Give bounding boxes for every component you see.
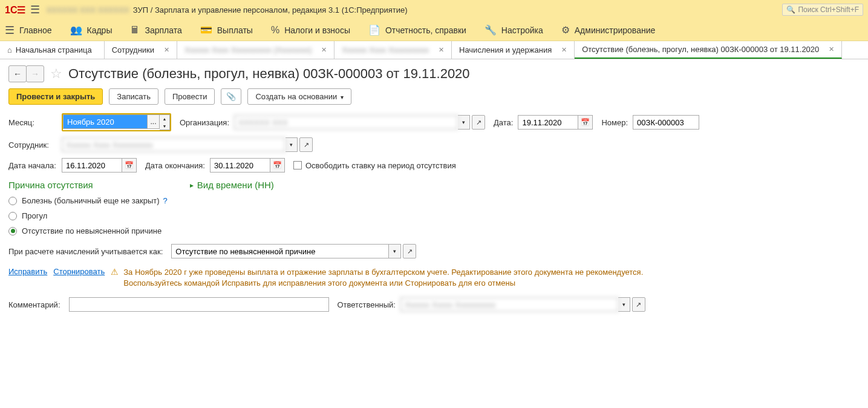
chevron-right-icon: ▸ — [190, 181, 194, 189]
menu-taxes[interactable]: %Налоги и взносы — [271, 25, 350, 36]
fix-link[interactable]: Исправить — [8, 267, 47, 276]
app-topbar: 1C☰ ☰ XXXXXX XXX XXXXXX ЗУП / Зарплата и… — [0, 0, 868, 19]
calendar-icon[interactable]: 📅 — [270, 158, 285, 173]
org-dropdown-button[interactable]: ▾ — [458, 115, 470, 130]
month-ellipsis-button[interactable]: ... — [148, 114, 160, 129]
search-placeholder: Поиск Ctrl+Shift+F — [798, 5, 859, 14]
reverse-link[interactable]: Сторнировать — [53, 267, 105, 276]
responsible-dropdown-button[interactable]: ▾ — [618, 297, 630, 312]
reason-illness-radio[interactable] — [8, 197, 17, 205]
close-icon[interactable]: ✕ — [164, 46, 169, 54]
number-input[interactable] — [633, 115, 699, 130]
tab-blurred-1[interactable]: Xxxxxx Xxxx Xxxxxxxxxx (Xxxxxxxx)✕ — [177, 41, 334, 59]
logo-1c: 1C☰ — [5, 4, 25, 16]
month-label: Месяц: — [8, 118, 57, 127]
tab-accruals[interactable]: Начисления и удержания✕ — [452, 41, 575, 59]
responsible-input[interactable] — [400, 297, 618, 312]
menu-main[interactable]: ☰Главное — [5, 24, 52, 37]
menu-salary[interactable]: 🖩Зарплата — [130, 25, 181, 36]
gear-icon: ⚙ — [561, 24, 570, 36]
document-title: Отсутствие (болезнь, прогул, неявка) 00З… — [68, 66, 470, 82]
percent-icon: % — [271, 25, 279, 36]
report-icon: 📄 — [368, 24, 380, 36]
close-icon[interactable]: ✕ — [321, 46, 327, 54]
favorite-star-icon[interactable]: ☆ — [50, 66, 62, 82]
main-menu: ☰Главное 👥Кадры 🖩Зарплата 💳Выплаты %Нало… — [0, 19, 868, 41]
close-icon[interactable]: ✕ — [561, 46, 567, 54]
employee-open-button[interactable]: ↗ — [299, 137, 313, 152]
menu-payments[interactable]: 💳Выплаты — [200, 24, 253, 36]
create-based-button[interactable]: Создать на основании▾ — [247, 88, 351, 105]
people-icon: 👥 — [70, 24, 82, 36]
org-open-button[interactable]: ↗ — [472, 115, 485, 130]
month-spinner[interactable]: ▲▼ — [160, 114, 170, 130]
reason-truancy-label: Прогул — [22, 211, 47, 220]
close-icon[interactable]: ✕ — [829, 45, 834, 53]
start-date-input[interactable] — [62, 158, 122, 173]
responsible-label: Ответственный: — [338, 300, 396, 309]
month-input[interactable] — [63, 114, 148, 129]
nav-back-button[interactable]: ← — [8, 65, 27, 82]
reason-section-heading: Причина отсутствия — [8, 180, 93, 190]
wallet-icon: 💳 — [200, 24, 212, 36]
document-tabs: ⌂Начальная страница Сотрудники✕ Xxxxxx X… — [0, 41, 868, 59]
menu-settings[interactable]: 🔧Настройка — [485, 24, 543, 36]
tab-employees[interactable]: Сотрудники✕ — [105, 41, 177, 59]
post-close-button[interactable]: Провести и закрыть — [8, 88, 103, 105]
org-input[interactable] — [234, 115, 458, 130]
comment-input[interactable] — [69, 297, 329, 312]
home-icon: ⌂ — [7, 45, 12, 54]
date-label: Дата: — [494, 118, 513, 127]
employee-input[interactable] — [62, 137, 286, 152]
tab-home[interactable]: ⌂Начальная страница — [0, 41, 105, 59]
reason-illness-label: Болезнь (больничный еще не закрыт) — [22, 196, 160, 205]
calc-dropdown-button[interactable]: ▾ — [389, 244, 401, 258]
post-button[interactable]: Провести — [165, 88, 215, 105]
calc-input[interactable] — [171, 244, 389, 258]
attachment-button[interactable]: 📎 — [221, 88, 241, 105]
org-label: Организация: — [180, 118, 229, 127]
warning-icon: ⚠ — [111, 267, 119, 277]
menu-admin[interactable]: ⚙Администрирование — [561, 24, 656, 36]
warning-text: За Ноябрь 2020 г уже проведены выплата и… — [123, 267, 643, 289]
search-icon: 🔍 — [786, 5, 795, 14]
wrench-icon: 🔧 — [485, 24, 497, 36]
reason-unknown-radio[interactable] — [8, 227, 17, 235]
end-date-label: Дата окончания: — [145, 161, 205, 170]
close-icon[interactable]: ✕ — [439, 46, 444, 54]
calc-open-button[interactable]: ↗ — [403, 244, 416, 258]
comment-label: Комментарий: — [8, 300, 60, 309]
tab-blurred-2[interactable]: Xxxxxx Xxxx Xxxxxxxxxx✕ — [334, 41, 452, 59]
document-toolbar: Провести и закрыть Записать Провести 📎 С… — [8, 88, 860, 105]
company-name-blurred: XXXXXX XXX XXXXXX — [46, 5, 129, 15]
month-field-wrap: ... ▲▼ — [62, 113, 171, 131]
tab-absence[interactable]: Отсутствие (болезнь, прогул, неявка) 00З… — [575, 41, 842, 59]
reason-unknown-label: Отсутствие по невыясненной причине — [22, 226, 162, 235]
calculator-icon: 🖩 — [130, 25, 140, 36]
menu-icon: ☰ — [5, 24, 15, 37]
hamburger-icon[interactable]: ☰ — [30, 3, 40, 16]
calendar-icon[interactable]: 📅 — [122, 158, 137, 173]
menu-hr[interactable]: 👥Кадры — [70, 24, 113, 36]
release-rate-checkbox[interactable] — [293, 161, 302, 169]
employee-dropdown-button[interactable]: ▾ — [286, 137, 298, 152]
global-search[interactable]: 🔍 Поиск Ctrl+Shift+F — [782, 4, 863, 16]
save-button[interactable]: Записать — [109, 88, 158, 105]
document-form: ← → ☆ Отсутствие (болезнь, прогул, неявк… — [0, 59, 868, 324]
menu-reports[interactable]: 📄Отчетность, справки — [368, 24, 466, 36]
nav-forward-button[interactable]: → — [26, 65, 44, 82]
date-input[interactable] — [518, 115, 578, 130]
chevron-down-icon[interactable]: ▼ — [160, 122, 169, 130]
help-icon[interactable]: ? — [163, 196, 168, 205]
chevron-up-icon[interactable]: ▲ — [160, 115, 169, 122]
calendar-icon[interactable]: 📅 — [578, 115, 593, 130]
app-title: ЗУП / Зарплата и управление персоналом, … — [133, 5, 408, 15]
reason-truancy-radio[interactable] — [8, 212, 17, 220]
paperclip-icon: 📎 — [226, 92, 236, 101]
time-kind-link[interactable]: ▸Вид времени (НН) — [190, 180, 274, 190]
chevron-down-icon: ▾ — [341, 94, 344, 100]
responsible-open-button[interactable]: ↗ — [632, 297, 645, 312]
end-date-input[interactable] — [210, 158, 270, 173]
release-rate-label: Освободить ставку на период отсутствия — [305, 161, 456, 170]
number-label: Номер: — [601, 118, 628, 127]
